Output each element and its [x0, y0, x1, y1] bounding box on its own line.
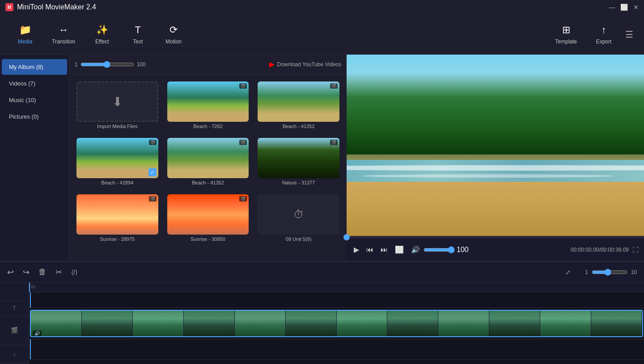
preview-video	[347, 55, 644, 236]
sidebar-item-videos[interactable]: Videos (7)	[2, 76, 67, 91]
timeline-content: T 🎬 ♪ 0s	[0, 283, 644, 364]
volume-control: 🔊 100	[409, 244, 469, 256]
main-area: My Album (8) Videos (7) Music (10) Pictu…	[0, 55, 644, 261]
import-thumb: ⬇	[76, 81, 158, 122]
video-frame	[540, 311, 591, 336]
redo-button[interactable]: ↪	[23, 267, 30, 277]
timeline-toolbar: ↩ ↪ 🗑 ✂ ⟨/⟩ ⤢ 1 10	[0, 262, 644, 283]
left-sidebar: My Album (8) Videos (7) Music (10) Pictu…	[0, 55, 69, 261]
play-button[interactable]: ▶	[352, 244, 361, 256]
split-button[interactable]: ✂	[55, 267, 62, 277]
media-item-beach-41352-1[interactable]: 🎬 Beach - 41352	[256, 80, 341, 131]
video-frame	[286, 311, 337, 336]
speed-button[interactable]: ⟨/⟩	[71, 269, 77, 276]
main-toolbar: 📁 Media ↔ Transition ✨ Effect T Text ⟳ M…	[0, 14, 644, 55]
fullscreen-button[interactable]: ⛶	[632, 246, 639, 253]
toolbar-transition[interactable]: ↔ Transition	[43, 21, 84, 48]
sidebar-pictures-label: Pictures (0)	[9, 113, 38, 120]
toolbar-text[interactable]: T Text	[120, 21, 156, 48]
menu-button[interactable]: ☰	[622, 29, 637, 40]
selected-checkmark: ✓	[148, 168, 157, 176]
video-track-content	[30, 310, 643, 337]
video-frame	[591, 311, 642, 336]
media-item-beach-42894[interactable]: 🎬 ✓ Beach - 42894	[75, 136, 160, 187]
sidebar-item-pictures[interactable]: Pictures (0)	[2, 109, 67, 124]
timeline-tracks: 0s	[29, 283, 644, 364]
step-forward-button[interactable]: ⏭	[379, 244, 390, 256]
media-item-sunrise-30850[interactable]: 🎬 Sunrise - 30850	[165, 193, 251, 244]
media-item-beach-7262[interactable]: 🎬 Beach - 7262	[165, 80, 251, 131]
timecode-current: 00:00:00.00	[571, 247, 599, 253]
video-badge: 🎬	[239, 196, 247, 201]
toolbar-motion[interactable]: ⟳ Motion	[156, 21, 191, 48]
timeline-ruler: 0s	[29, 283, 644, 292]
step-back-button[interactable]: ⏮	[364, 244, 375, 256]
undo-button[interactable]: ↩	[7, 267, 14, 277]
video-track[interactable]: 🔊	[29, 308, 644, 339]
media-item-09-unit-5[interactable]: ⏱ 09 Unit 5(9)	[256, 193, 341, 244]
sunrise-30850-thumb: 🎬	[167, 194, 249, 235]
restore-button[interactable]: ⬜	[620, 4, 628, 11]
app-title: MiniTool MovieMaker 2.4	[17, 3, 96, 11]
text-icon: T	[135, 24, 141, 36]
toolbar-template[interactable]: ⊞ Template	[546, 21, 586, 48]
video-badge: 🎬	[330, 140, 338, 145]
fit-to-window[interactable]: ⤢	[565, 269, 571, 276]
template-icon: ⊞	[562, 24, 570, 36]
volume-icon[interactable]: 🔊	[409, 244, 422, 256]
export-icon: ↑	[602, 24, 606, 36]
timeline-playhead	[29, 283, 30, 292]
preview-progress-bar[interactable]	[347, 236, 644, 238]
sunrise-28975-label: Sunrise - 28975	[100, 236, 135, 242]
ruler-0s: 0s	[31, 284, 36, 289]
track-labels: T 🎬 ♪	[0, 283, 29, 364]
youtube-download-button[interactable]: ▶ Download YouTube Videos	[269, 60, 341, 69]
minimize-button[interactable]: —	[609, 4, 615, 11]
toolbar-media-label: Media	[18, 39, 33, 45]
sidebar-item-my-album[interactable]: My Album (8)	[2, 59, 67, 75]
media-item-sunrise-28975[interactable]: 🎬 Sunrise - 28975	[75, 193, 160, 244]
nature-31377-label: Nature - 31377	[282, 180, 315, 185]
timecode-total: 00:00:38.09	[601, 247, 629, 253]
import-media-item[interactable]: ⬇ Import Media Files	[75, 80, 160, 131]
music-track[interactable]	[29, 339, 644, 360]
text-track[interactable]	[29, 292, 644, 308]
progress-thumb[interactable]	[343, 234, 350, 240]
beach-41352-2-label: Beach - 41352	[192, 180, 224, 185]
timeline-area: ↩ ↪ 🗑 ✂ ⟨/⟩ ⤢ 1 10 T 🎬 ♪	[0, 261, 644, 364]
zoom-min-label: 1	[585, 269, 588, 275]
toolbar-template-label: Template	[555, 39, 577, 45]
nature-31377-thumb: 🎬	[258, 138, 339, 178]
video-badge: 🎬	[239, 83, 247, 89]
yt-download-label: Download YouTube Videos	[277, 61, 341, 68]
close-button[interactable]: ✕	[633, 4, 639, 11]
clock-icon: ⏱	[293, 208, 304, 221]
sidebar-item-music[interactable]: Music (10)	[2, 92, 67, 108]
text-track-playhead	[30, 292, 31, 308]
zoom-slider[interactable]	[80, 61, 134, 68]
timeline-zoom-slider[interactable]	[592, 269, 627, 276]
beach-41352-1-label: Beach - 41352	[283, 124, 315, 129]
toolbar-effect[interactable]: ✨ Effect	[84, 21, 120, 48]
video-track-label: 🎬	[0, 316, 29, 345]
video-volume-indicator: 🔊	[33, 330, 42, 336]
crop-button[interactable]: ⬜	[393, 244, 406, 256]
toolbar-transition-label: Transition	[52, 39, 75, 45]
motion-icon: ⟳	[169, 24, 178, 36]
beach-7262-thumb: 🎬	[167, 81, 249, 122]
toolbar-media[interactable]: 📁 Media	[7, 21, 43, 48]
beach-42894-label: Beach - 42894	[102, 180, 134, 185]
delete-button[interactable]: 🗑	[38, 267, 47, 277]
media-item-nature-31377[interactable]: 🎬 Nature - 31377	[256, 136, 341, 187]
beach-7262-label: Beach - 7262	[193, 124, 222, 129]
video-frame	[133, 311, 184, 336]
toolbar-export[interactable]: ↑ Export	[586, 21, 622, 48]
media-item-beach-41352-2[interactable]: 🎬 Beach - 41352	[165, 136, 251, 187]
unit-5-label: 09 Unit 5(9)	[286, 236, 311, 242]
video-frame	[184, 311, 235, 336]
yt-icon: ▶	[269, 60, 275, 69]
sunrise-28975-thumb: 🎬	[76, 194, 158, 235]
sidebar-videos-label: Videos (7)	[9, 80, 35, 87]
ruler-label	[0, 291, 29, 301]
volume-slider[interactable]	[424, 246, 455, 253]
